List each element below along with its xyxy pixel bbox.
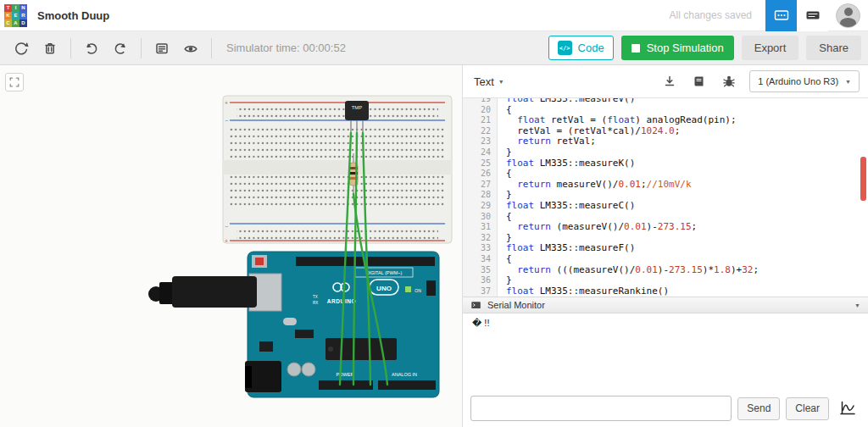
keyboard-shortcuts-button[interactable] [797, 0, 828, 31]
tinkercad-logo[interactable]: TINKERCAD [4, 4, 27, 27]
logo-cell: N [19, 4, 27, 12]
code-line: 33float LM335::measureF() [463, 243, 868, 254]
code-panel: Text ▼ [463, 65, 868, 427]
visibility-icon [182, 40, 199, 57]
svg-text:DIGITAL (PWM~): DIGITAL (PWM~) [366, 270, 403, 275]
annotations-button[interactable] [149, 36, 175, 61]
topbar: TINKERCAD Smooth Duup All changes saved [0, 0, 868, 31]
share-button[interactable]: Share [806, 36, 861, 60]
send-button[interactable]: Send [737, 397, 780, 420]
svg-text:−: − [225, 224, 228, 230]
undo-icon [83, 40, 100, 57]
code-line: 19float LM335::measureV() [463, 98, 868, 105]
serial-input[interactable] [470, 396, 732, 421]
usb-cable[interactable] [148, 276, 257, 308]
board-select-value: 1 (Arduino Uno R3) [758, 76, 838, 86]
code-line: 25float LM335::measureK() [463, 158, 868, 169]
circuit-canvas-area[interactable]: + − − + DIGITAL (PWM~) ARDUINO TX [0, 65, 463, 427]
delete-icon [42, 40, 58, 57]
logo-cell: C [4, 19, 12, 27]
code-line: 27 return measureV()/0.01;//10mV/k [463, 180, 868, 191]
rotate-icon [13, 40, 30, 57]
logo-cell: K [4, 12, 12, 19]
keyboard-icon [804, 7, 821, 24]
logo-cell: D [19, 19, 27, 27]
rotate-button[interactable] [8, 36, 34, 61]
svg-text:POWER: POWER [337, 372, 354, 377]
toolbar-divider [211, 38, 212, 58]
svg-text:ARDUINO: ARDUINO [327, 298, 357, 304]
editor-scrollbar-thumb[interactable] [860, 157, 866, 201]
svg-text:TMP: TMP [352, 105, 363, 110]
svg-text:ANALOG IN: ANALOG IN [392, 372, 417, 377]
toolbar-right: </> Code Stop Simulation Export Share [548, 36, 861, 60]
download-icon [661, 73, 678, 90]
redo-icon [112, 40, 129, 57]
debug-icon [721, 73, 737, 90]
annotation-visibility-button[interactable] [178, 36, 203, 61]
topbar-right: All changes saved [670, 0, 868, 30]
code-line: 31 return (measureV()/0.01)-273.15; [463, 222, 868, 233]
zoom-to-fit-button[interactable] [5, 73, 24, 92]
code-header-icons [660, 72, 738, 91]
simulation-toolbar: Simulator time: 00:00:52 </> Code Stop S… [0, 31, 868, 65]
svg-text:UNO: UNO [376, 285, 392, 292]
user-avatar[interactable] [836, 3, 860, 28]
code-editor[interactable]: 19float LM335::measureV()20{21 float ret… [463, 98, 868, 297]
serial-monitor-icon [470, 300, 482, 311]
code-panel-header: Text ▼ [463, 65, 868, 98]
breadboard[interactable]: + − − + [223, 96, 452, 244]
download-code-button[interactable] [660, 72, 679, 91]
serial-controls: Send Clear [463, 390, 868, 427]
simulator-time: Simulator time: 00:00:52 [226, 42, 346, 54]
debugger-button[interactable] [720, 72, 738, 91]
circuit-drawing: + − − + DIGITAL (PWM~) ARDUINO TX [0, 65, 463, 427]
graph-toggle-button[interactable] [835, 396, 860, 421]
code-line: 23 return retVal; [463, 136, 868, 147]
svg-text:TX: TX [313, 295, 318, 299]
svg-text:RX: RX [313, 301, 318, 305]
logo-cell: R [19, 12, 27, 19]
code-line: 37float LM335::measureRankine() [463, 286, 868, 297]
serial-monitor-header[interactable]: Serial Monitor ▼ [463, 297, 868, 313]
fit-view-icon [8, 75, 21, 89]
svg-text:ON: ON [415, 288, 421, 293]
logo-cell: I [12, 4, 19, 12]
toolbar-divider [70, 38, 71, 58]
annotation-icon [153, 40, 170, 57]
code-icon: </> [558, 41, 572, 55]
project-title[interactable]: Smooth Duup [37, 9, 109, 22]
edit-mode-select[interactable]: Text ▼ [474, 75, 504, 88]
edit-mode-label: Text [474, 75, 494, 88]
redo-button[interactable] [108, 36, 133, 61]
serial-monitor-title: Serial Monitor [487, 300, 545, 310]
logo-cell: A [12, 19, 19, 27]
autosave-status: All changes saved [670, 9, 752, 21]
stop-icon [632, 44, 640, 53]
main-area: + − − + DIGITAL (PWM~) ARDUINO TX [0, 65, 868, 427]
code-line: 29float LM335::measureC() [463, 201, 868, 212]
clear-button[interactable]: Clear [786, 397, 829, 420]
undo-button[interactable] [79, 36, 104, 61]
chevron-down-icon: ▼ [845, 79, 851, 85]
serial-output: � !! [463, 313, 868, 390]
logo-cell: E [12, 12, 19, 19]
code-lines: 19float LM335::measureV()20{21 float ret… [463, 98, 868, 297]
libraries-button[interactable] [690, 72, 709, 91]
code-button[interactable]: </> Code [548, 36, 614, 60]
circuits-panel-button[interactable] [765, 0, 797, 31]
svg-text:−: − [225, 118, 228, 124]
libraries-icon [691, 73, 708, 90]
svg-text:+: + [225, 238, 228, 244]
graph-icon [838, 399, 857, 418]
circuit-board-icon [773, 7, 790, 24]
board-select-dropdown[interactable]: 1 (Arduino Uno R3) ▼ [749, 70, 860, 92]
export-button[interactable]: Export [742, 36, 799, 60]
chevron-down-icon: ▼ [498, 79, 504, 85]
stop-button-label: Stop Simulation [647, 42, 724, 54]
chevron-down-icon: ▼ [854, 302, 860, 308]
delete-button[interactable] [37, 36, 63, 61]
stop-simulation-button[interactable]: Stop Simulation [621, 36, 734, 60]
toolbar-divider [141, 38, 142, 58]
svg-text:+: + [225, 100, 228, 106]
